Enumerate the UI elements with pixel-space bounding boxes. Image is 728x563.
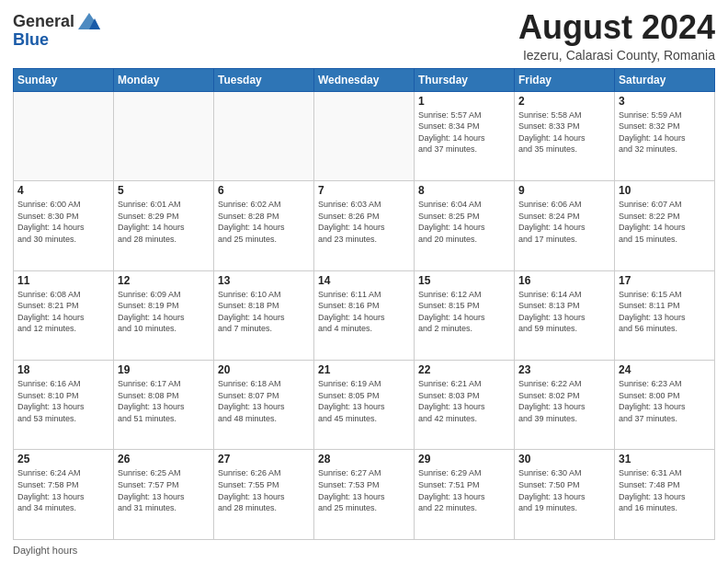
day-info: Sunrise: 6:10 AM Sunset: 8:18 PM Dayligh…	[218, 289, 310, 335]
calendar-day-cell: 10Sunrise: 6:07 AM Sunset: 8:22 PM Dayli…	[615, 181, 715, 270]
calendar-day-cell: 28Sunrise: 6:27 AM Sunset: 7:53 PM Dayli…	[314, 450, 415, 540]
page: General Blue August 2024 Iezeru, Calaras…	[0, 0, 728, 563]
day-info: Sunrise: 6:23 AM Sunset: 8:00 PM Dayligh…	[619, 378, 711, 424]
day-info: Sunrise: 6:22 AM Sunset: 8:02 PM Dayligh…	[518, 378, 610, 424]
logo: General Blue	[13, 9, 102, 50]
day-number: 24	[619, 363, 711, 376]
day-number: 5	[118, 184, 210, 197]
calendar-day-cell: 5Sunrise: 6:01 AM Sunset: 8:29 PM Daylig…	[114, 181, 214, 270]
calendar-header-monday: Monday	[114, 68, 214, 91]
calendar-day-cell: 17Sunrise: 6:15 AM Sunset: 8:11 PM Dayli…	[615, 270, 715, 360]
calendar-day-cell: 2Sunrise: 5:58 AM Sunset: 8:33 PM Daylig…	[515, 91, 615, 180]
calendar-header-sunday: Sunday	[14, 68, 114, 91]
header: General Blue August 2024 Iezeru, Calaras…	[13, 9, 715, 63]
day-info: Sunrise: 6:17 AM Sunset: 8:08 PM Dayligh…	[118, 378, 210, 424]
day-info: Sunrise: 6:19 AM Sunset: 8:05 PM Dayligh…	[318, 378, 410, 424]
calendar-day-cell: 11Sunrise: 6:08 AM Sunset: 8:21 PM Dayli…	[14, 270, 114, 360]
calendar-day-cell: 27Sunrise: 6:26 AM Sunset: 7:55 PM Dayli…	[214, 450, 314, 540]
day-number: 23	[518, 363, 610, 376]
calendar-day-cell	[214, 91, 314, 180]
calendar-day-cell: 15Sunrise: 6:12 AM Sunset: 8:15 PM Dayli…	[415, 270, 515, 360]
day-number: 18	[17, 363, 109, 376]
day-number: 12	[118, 274, 210, 287]
day-number: 2	[518, 95, 610, 108]
day-info: Sunrise: 6:04 AM Sunset: 8:25 PM Dayligh…	[418, 199, 510, 245]
day-number: 10	[619, 184, 711, 197]
day-info: Sunrise: 6:14 AM Sunset: 8:13 PM Dayligh…	[518, 289, 610, 335]
day-number: 4	[17, 184, 109, 197]
day-number: 19	[118, 363, 210, 376]
calendar-header-thursday: Thursday	[415, 68, 515, 91]
day-info: Sunrise: 6:08 AM Sunset: 8:21 PM Dayligh…	[17, 289, 109, 335]
day-info: Sunrise: 6:16 AM Sunset: 8:10 PM Dayligh…	[17, 378, 109, 424]
day-number: 29	[418, 453, 510, 465]
calendar-day-cell: 16Sunrise: 6:14 AM Sunset: 8:13 PM Dayli…	[515, 270, 615, 360]
day-info: Sunrise: 6:06 AM Sunset: 8:24 PM Dayligh…	[518, 199, 610, 245]
calendar-day-cell: 20Sunrise: 6:18 AM Sunset: 8:07 PM Dayli…	[214, 361, 314, 450]
day-info: Sunrise: 6:15 AM Sunset: 8:11 PM Dayligh…	[619, 289, 711, 335]
calendar-week-row: 18Sunrise: 6:16 AM Sunset: 8:10 PM Dayli…	[14, 361, 715, 450]
day-info: Sunrise: 6:21 AM Sunset: 8:03 PM Dayligh…	[418, 378, 510, 424]
calendar-day-cell: 31Sunrise: 6:31 AM Sunset: 7:48 PM Dayli…	[615, 450, 715, 540]
day-number: 13	[218, 274, 310, 287]
day-number: 17	[619, 274, 711, 287]
day-info: Sunrise: 6:31 AM Sunset: 7:48 PM Dayligh…	[619, 467, 711, 513]
day-info: Sunrise: 5:59 AM Sunset: 8:32 PM Dayligh…	[619, 109, 711, 155]
calendar-day-cell: 7Sunrise: 6:03 AM Sunset: 8:26 PM Daylig…	[314, 181, 415, 270]
day-info: Sunrise: 6:24 AM Sunset: 7:58 PM Dayligh…	[17, 467, 109, 513]
calendar-day-cell: 18Sunrise: 6:16 AM Sunset: 8:10 PM Dayli…	[14, 361, 114, 450]
day-info: Sunrise: 6:29 AM Sunset: 7:51 PM Dayligh…	[418, 467, 510, 513]
footer: Daylight hours	[13, 545, 715, 556]
calendar-day-cell: 26Sunrise: 6:25 AM Sunset: 7:57 PM Dayli…	[114, 450, 214, 540]
calendar-week-row: 4Sunrise: 6:00 AM Sunset: 8:30 PM Daylig…	[14, 181, 715, 270]
day-info: Sunrise: 6:09 AM Sunset: 8:19 PM Dayligh…	[118, 289, 210, 335]
calendar-header-wednesday: Wednesday	[314, 68, 415, 91]
day-number: 21	[318, 363, 410, 376]
day-info: Sunrise: 6:18 AM Sunset: 8:07 PM Dayligh…	[218, 378, 310, 424]
calendar-day-cell: 22Sunrise: 6:21 AM Sunset: 8:03 PM Dayli…	[415, 361, 515, 450]
calendar-day-cell: 3Sunrise: 5:59 AM Sunset: 8:32 PM Daylig…	[615, 91, 715, 180]
day-number: 25	[17, 453, 109, 465]
day-info: Sunrise: 6:01 AM Sunset: 8:29 PM Dayligh…	[118, 199, 210, 245]
calendar-day-cell: 9Sunrise: 6:06 AM Sunset: 8:24 PM Daylig…	[515, 181, 615, 270]
title-block: August 2024 Iezeru, Calarasi County, Rom…	[518, 9, 715, 63]
day-number: 9	[518, 184, 610, 197]
subtitle: Iezeru, Calarasi County, Romania	[518, 48, 715, 63]
day-info: Sunrise: 6:07 AM Sunset: 8:22 PM Dayligh…	[619, 199, 711, 245]
day-info: Sunrise: 6:02 AM Sunset: 8:28 PM Dayligh…	[218, 199, 310, 245]
calendar-header-tuesday: Tuesday	[214, 68, 314, 91]
day-info: Sunrise: 6:27 AM Sunset: 7:53 PM Dayligh…	[318, 467, 410, 513]
calendar-day-cell: 19Sunrise: 6:17 AM Sunset: 8:08 PM Dayli…	[114, 361, 214, 450]
calendar-day-cell: 14Sunrise: 6:11 AM Sunset: 8:16 PM Dayli…	[314, 270, 415, 360]
calendar-day-cell: 21Sunrise: 6:19 AM Sunset: 8:05 PM Dayli…	[314, 361, 415, 450]
day-number: 15	[418, 274, 510, 287]
day-number: 22	[418, 363, 510, 376]
calendar-table: SundayMondayTuesdayWednesdayThursdayFrid…	[13, 68, 715, 540]
calendar-day-cell: 24Sunrise: 6:23 AM Sunset: 8:00 PM Dayli…	[615, 361, 715, 450]
day-number: 30	[518, 453, 610, 465]
main-title: August 2024	[518, 9, 715, 46]
day-number: 7	[318, 184, 410, 197]
calendar-week-row: 1Sunrise: 5:57 AM Sunset: 8:34 PM Daylig…	[14, 91, 715, 180]
calendar-day-cell: 12Sunrise: 6:09 AM Sunset: 8:19 PM Dayli…	[114, 270, 214, 360]
calendar-day-cell: 4Sunrise: 6:00 AM Sunset: 8:30 PM Daylig…	[14, 181, 114, 270]
calendar-header-row: SundayMondayTuesdayWednesdayThursdayFrid…	[14, 68, 715, 91]
day-number: 8	[418, 184, 510, 197]
calendar-day-cell: 13Sunrise: 6:10 AM Sunset: 8:18 PM Dayli…	[214, 270, 314, 360]
calendar-day-cell: 23Sunrise: 6:22 AM Sunset: 8:02 PM Dayli…	[515, 361, 615, 450]
daylight-label: Daylight hours	[13, 545, 77, 556]
day-number: 1	[418, 95, 510, 108]
day-info: Sunrise: 6:26 AM Sunset: 7:55 PM Dayligh…	[218, 467, 310, 513]
day-info: Sunrise: 6:03 AM Sunset: 8:26 PM Dayligh…	[318, 199, 410, 245]
calendar-day-cell: 29Sunrise: 6:29 AM Sunset: 7:51 PM Dayli…	[415, 450, 515, 540]
day-number: 6	[218, 184, 310, 197]
calendar-day-cell	[14, 91, 114, 180]
day-number: 31	[619, 453, 711, 465]
day-number: 26	[118, 453, 210, 465]
day-number: 14	[318, 274, 410, 287]
calendar-day-cell	[114, 91, 214, 180]
day-info: Sunrise: 6:30 AM Sunset: 7:50 PM Dayligh…	[518, 467, 610, 513]
day-info: Sunrise: 6:25 AM Sunset: 7:57 PM Dayligh…	[118, 467, 210, 513]
day-number: 27	[218, 453, 310, 465]
day-info: Sunrise: 5:58 AM Sunset: 8:33 PM Dayligh…	[518, 109, 610, 155]
